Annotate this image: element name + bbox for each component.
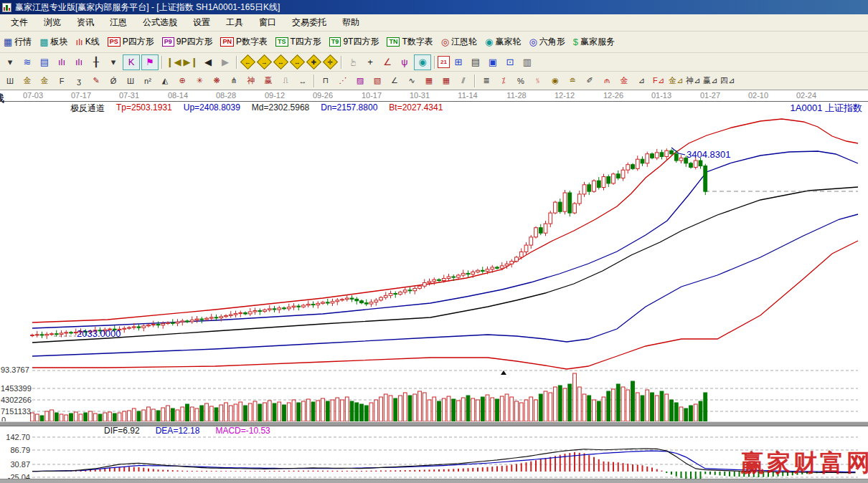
menu-item-9[interactable]: 帮助: [334, 15, 367, 30]
trend-gold-icon[interactable]: 金⊿: [668, 74, 684, 88]
menu-item-4[interactable]: 公式选股: [135, 15, 185, 30]
grid-box-icon[interactable]: ▦: [421, 74, 437, 88]
parallel-icon[interactable]: ⋔: [226, 74, 242, 88]
chart-wave-icon[interactable]: ≋: [19, 55, 35, 70]
brain-icon[interactable]: ◉: [414, 54, 431, 70]
trend-shang-icon[interactable]: ⊿: [633, 74, 649, 88]
last-bar-icon[interactable]: ▶❙: [183, 55, 199, 70]
menu-item-7[interactable]: 窗口: [251, 15, 284, 30]
hand-tool-icon[interactable]: ☞: [346, 54, 360, 70]
star-web-icon[interactable]: ✳: [192, 74, 207, 88]
toolbar-button-t-number-table[interactable]: TNT数字表: [387, 36, 433, 48]
trend-f-icon[interactable]: F⊿: [651, 74, 666, 88]
hatch-icon[interactable]: ⫽: [456, 74, 471, 88]
expand-diamond-icon[interactable]: ↔: [290, 54, 305, 70]
calendar-21-icon[interactable]: 21: [438, 56, 450, 68]
dropdown-icon[interactable]: ▾: [2, 55, 18, 70]
angle-fan-icon[interactable]: ◭: [157, 74, 173, 88]
toolbar-button-p-number-table[interactable]: PNP数字表: [220, 36, 268, 48]
pen-icon[interactable]: ✎: [88, 74, 104, 88]
shen-tool-icon[interactable]: 神: [243, 74, 259, 88]
zoom-right-diamond-icon[interactable]: →: [257, 54, 272, 70]
stats-percent-icon[interactable]: ≣: [478, 74, 494, 88]
ying-tool-icon[interactable]: 赢: [260, 74, 276, 88]
ruler-comb-icon[interactable]: Ш: [123, 74, 138, 88]
menu-item-6[interactable]: 工具: [218, 15, 251, 30]
percent-line-icon[interactable]: ﹪: [530, 74, 546, 88]
t-square-label: T四方形: [291, 36, 321, 48]
workstation-icon[interactable]: ▥: [519, 55, 535, 70]
gann-tool-icon[interactable]: ψ: [397, 55, 412, 70]
spiral-icon[interactable]: ʒ: [71, 74, 87, 88]
notebook-icon[interactable]: ▤: [468, 55, 483, 70]
gold-underline-icon[interactable]: 金: [616, 74, 632, 88]
trend-si-icon[interactable]: 四⊿: [720, 74, 735, 88]
toolbar-button-hexagon[interactable]: ◎六角形: [529, 36, 565, 48]
candle-icon[interactable]: ╂: [88, 55, 104, 70]
wave-marker-icon[interactable]: ₼: [599, 74, 615, 88]
fan-lines-icon[interactable]: ⋰: [335, 74, 351, 88]
mini-bars-3-icon[interactable]: ılı: [54, 55, 70, 70]
title-bar[interactable]: 赢家江恩专业版[赢家内部服务平台] - [上证指数 SH1A0001-165日K…: [0, 0, 868, 14]
fit-diamond-icon[interactable]: ✚: [306, 54, 321, 70]
fibonacci-icon[interactable]: F: [54, 74, 70, 88]
chart-region[interactable]: 线 极反通道 Tp=2503.1931Up=2408.8039Md=2302.5…: [0, 102, 868, 483]
angle-lines-icon[interactable]: ∠: [387, 74, 402, 88]
toolbar-button-gann-wheel[interactable]: ◎江恩轮: [441, 36, 477, 48]
date-tick-09-12: 09-12: [259, 91, 291, 100]
menu-item-1[interactable]: 浏览: [36, 15, 69, 30]
trend-shen-icon[interactable]: 神⊿: [685, 74, 701, 88]
h-arrows-icon[interactable]: ↔: [295, 74, 311, 88]
percent-icon[interactable]: %: [513, 74, 529, 88]
save-icon[interactable]: ▣: [485, 55, 501, 70]
circle-cross-icon[interactable]: ⊕: [174, 74, 190, 88]
gold-line-icon[interactable]: 金: [37, 74, 52, 88]
grid-box2-icon[interactable]: ▦: [438, 74, 454, 88]
prev-icon[interactable]: ◀: [200, 55, 216, 70]
angle-tool-icon[interactable]: ∠: [379, 55, 395, 70]
export-icon[interactable]: ⊡: [502, 55, 518, 70]
mini-bars-9-icon[interactable]: ılı: [71, 55, 87, 70]
quotes-icon: ▦: [4, 37, 12, 47]
gold-circle-icon[interactable]: ◉: [547, 74, 563, 88]
toolbar-button-blocks[interactable]: ▩板块: [39, 36, 67, 48]
menu-item-5[interactable]: 设置: [185, 15, 218, 30]
spider-web-icon[interactable]: ❋: [209, 74, 225, 88]
gold-hline-icon[interactable]: ≘: [565, 74, 580, 88]
trend-ying-icon[interactable]: 赢⊿: [702, 74, 718, 88]
full-diamond-icon[interactable]: ✛: [323, 54, 338, 70]
calculator-icon[interactable]: ⊞: [450, 55, 466, 70]
sort-flag-icon[interactable]: ⚑: [141, 54, 159, 70]
toolbar-button-9t-square[interactable]: T99T四方形: [329, 36, 379, 48]
zoom-left-diamond-icon[interactable]: ←: [240, 54, 255, 70]
toolbar-button-kline[interactable]: ılıK线: [76, 36, 100, 48]
toolbar-button-t-square[interactable]: TST四方形: [275, 36, 321, 48]
gold-ratio-icon[interactable]: 金: [19, 74, 35, 88]
box-rays-icon[interactable]: ▧: [369, 74, 385, 88]
next-icon[interactable]: ▶: [217, 55, 233, 70]
wave-lines-icon[interactable]: ∿: [404, 74, 420, 88]
ruler-123-icon[interactable]: ⎍: [278, 74, 293, 88]
seven-percent-icon[interactable]: ⁒: [496, 74, 511, 88]
kline-style-icon[interactable]: K: [123, 54, 140, 70]
brush-icon[interactable]: ✐: [582, 74, 598, 88]
menu-item-8[interactable]: 交易委托: [284, 15, 334, 30]
toolbar-button-p-square[interactable]: PSP四方形: [108, 36, 154, 48]
menu-item-3[interactable]: 江恩: [102, 15, 135, 30]
first-bar-icon[interactable]: ❙◀: [166, 55, 181, 70]
candle-dropdown-icon[interactable]: ▾: [105, 55, 121, 70]
menu-item-0[interactable]: 文件: [3, 15, 36, 30]
toolbar-button-winner-service[interactable]: $赢家服务: [573, 36, 615, 48]
toolbar-button-quotes[interactable]: ▦行情: [4, 36, 32, 48]
cycle-circle-icon[interactable]: Ǿ: [105, 74, 121, 88]
report-icon[interactable]: ▤: [37, 55, 52, 70]
box-diagonal-icon[interactable]: ▨: [352, 74, 368, 88]
crosshair-tool-icon[interactable]: +: [362, 55, 378, 70]
gann-line-icon[interactable]: Ш: [2, 74, 18, 88]
compress-diamond-icon[interactable]: ↔: [273, 54, 288, 70]
toolbar-button-9p-square[interactable]: P99P四方形: [162, 36, 213, 48]
rect-tool-icon[interactable]: ⊓: [318, 74, 334, 88]
toolbar-button-winner-wheel[interactable]: ◉赢家轮: [485, 36, 521, 48]
n-square-icon[interactable]: n²: [140, 74, 156, 88]
menu-item-2[interactable]: 资讯: [69, 15, 102, 30]
